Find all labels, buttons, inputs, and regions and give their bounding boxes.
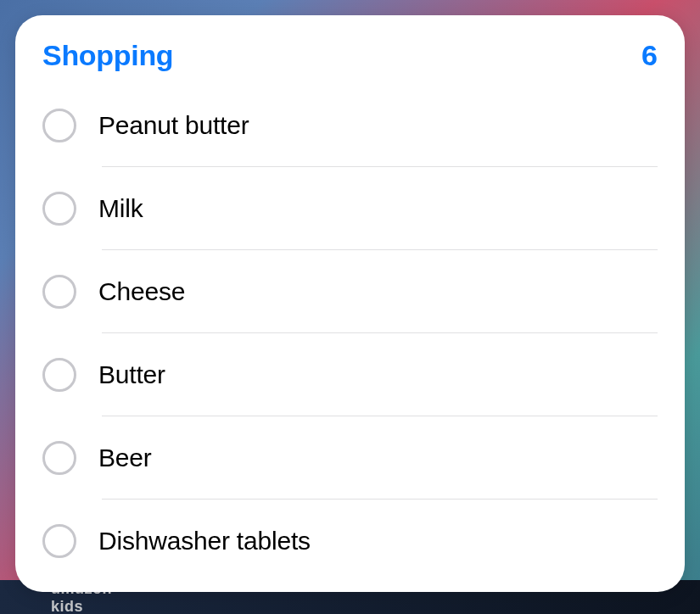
list-count: 6 bbox=[641, 39, 658, 72]
reminder-text: Beer bbox=[98, 444, 152, 472]
bg-partial-text-2: kids bbox=[51, 598, 112, 614]
list-item[interactable]: Cheese bbox=[42, 250, 658, 333]
checkbox-icon[interactable] bbox=[42, 109, 76, 142]
list-item[interactable]: Butter bbox=[42, 333, 658, 416]
reminder-text: Dishwasher tablets bbox=[98, 527, 311, 555]
checkbox-icon[interactable] bbox=[42, 275, 76, 309]
reminder-text: Butter bbox=[98, 360, 165, 389]
list-item[interactable]: Milk bbox=[42, 167, 658, 250]
checkbox-icon[interactable] bbox=[42, 192, 76, 226]
widget-header: Shopping 6 bbox=[42, 39, 658, 72]
reminders-widget[interactable]: Shopping 6 Peanut butter Milk Cheese But… bbox=[15, 15, 685, 592]
reminder-text: Cheese bbox=[98, 277, 185, 306]
checkbox-icon[interactable] bbox=[42, 441, 76, 475]
reminder-list: Peanut butter Milk Cheese Butter Beer Di… bbox=[42, 84, 658, 583]
checkbox-icon[interactable] bbox=[42, 524, 76, 558]
list-item[interactable]: Dishwasher tablets bbox=[42, 500, 658, 583]
list-title: Shopping bbox=[42, 39, 173, 72]
reminder-text: Milk bbox=[98, 194, 143, 223]
reminder-text: Peanut butter bbox=[98, 111, 249, 140]
checkbox-icon[interactable] bbox=[42, 358, 76, 392]
list-item[interactable]: Peanut butter bbox=[42, 84, 658, 167]
list-item[interactable]: Beer bbox=[42, 416, 658, 500]
